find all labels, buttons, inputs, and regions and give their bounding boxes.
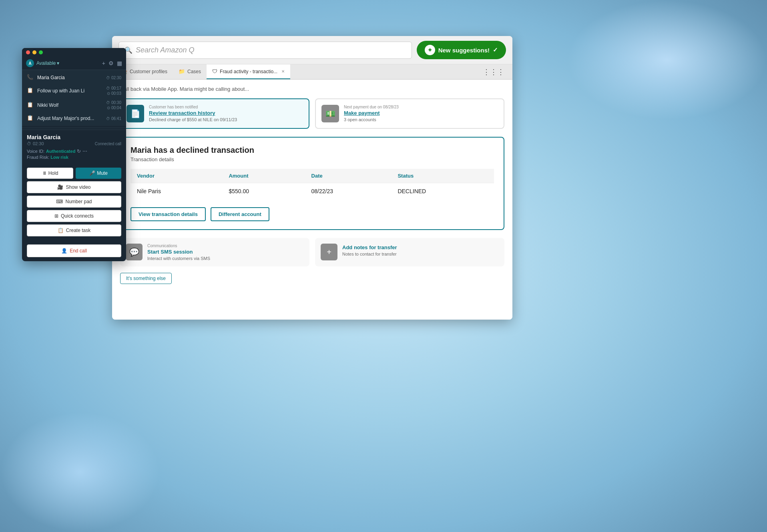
contact-time-nikki: ⏱00:30 ⊙00:04 xyxy=(106,100,121,110)
tab-cases[interactable]: 📁 Cases xyxy=(173,64,207,79)
crm-body: Call back via Mobile App. Maria might be… xyxy=(112,80,512,320)
card-content-review: Customer has been notified Review transa… xyxy=(149,105,303,122)
suggestion-card-review-transaction[interactable]: 📄 Customer has been notified Review tran… xyxy=(120,98,309,129)
search-placeholder: Search Amazon Q xyxy=(136,46,194,54)
contact-time2-nikki: 00:04 xyxy=(111,106,121,110)
task-icon-mary: 📋 xyxy=(27,115,34,122)
active-caller-name: Maria Garcia xyxy=(27,134,121,140)
amazon-q-search-box[interactable]: 🔍 Search Amazon Q xyxy=(118,42,412,59)
end-call-label: End call xyxy=(70,248,87,254)
table-row: Nile Paris $550.00 08/22/23 DECLINED xyxy=(131,183,494,200)
contact-name-juan: Follow up with Juan Li xyxy=(37,88,84,94)
minimize-button[interactable] xyxy=(32,50,36,54)
amazon-q-bar: 🔍 Search Amazon Q ✦ New suggestions! ✓ xyxy=(112,36,512,64)
its-something-else-label: It's something else xyxy=(126,276,166,281)
ccp-header-left: A Available ▾ xyxy=(26,59,59,67)
suggestion-card-make-payment[interactable]: 💵 Next payment due on 08/28/23 Make paym… xyxy=(315,98,504,129)
mute-button[interactable]: 🎤 Mute xyxy=(76,168,121,179)
sms-icon: 💬 xyxy=(126,244,143,260)
bottom-card-notes-title[interactable]: Add notes for transfer xyxy=(342,244,397,250)
contact-time1-nikki: 00:30 xyxy=(111,100,121,105)
bottom-card-sms-title[interactable]: Start SMS session xyxy=(147,249,210,255)
number-pad-label: Number pad xyxy=(65,199,92,204)
call-time-row: ⏱ 02:30 Connected call xyxy=(27,141,121,146)
number-pad-button[interactable]: ⌨ Number pad xyxy=(27,196,121,208)
transaction-table: Vendor Amount Date Status Nile Paris $55… xyxy=(131,169,494,199)
voice-fraud-info: Voice ID: Authenticated ↻ ⋯ xyxy=(27,148,121,154)
chevron-down-icon: ✓ xyxy=(493,46,498,54)
crm-tabs: 🏠 Customer profiles 📁 Cases 🛡 Fraud acti… xyxy=(112,64,512,80)
bottom-card-sms[interactable]: 💬 Communications Start SMS session Inter… xyxy=(120,238,309,266)
tab-more-button[interactable]: ⋮⋮⋮ xyxy=(478,64,509,79)
view-transaction-details-button[interactable]: View transaction details xyxy=(131,207,206,221)
connected-status: Connected call xyxy=(95,142,121,146)
task-create-icon: 📋 xyxy=(58,228,64,233)
grid-icon: ⊞ xyxy=(54,213,58,219)
contact-left-juan: 📋 Follow up with Juan Li xyxy=(27,87,84,94)
bottom-card-sms-content: Communications Start SMS session Interac… xyxy=(147,244,210,261)
quick-connects-button[interactable]: ⊞ Quick connects xyxy=(27,210,121,222)
contact-item-mary[interactable]: 📋 Adjust Mary Major's prod... ⏱ 06:41 xyxy=(22,112,126,124)
tab-label-fraud: Fraud activity - transactio... xyxy=(220,69,277,74)
end-call-button[interactable]: 👤 End call xyxy=(27,244,121,257)
contact-item-maria[interactable]: 📞 Maria Garcia ⏱ 02:30 xyxy=(22,72,126,84)
close-button[interactable] xyxy=(26,50,30,54)
tab-label-customer-profiles: Customer profiles xyxy=(130,69,167,74)
transaction-subtitle: Transaction details xyxy=(131,156,494,162)
suggestion-sparkle-icon: ✦ xyxy=(425,45,435,55)
status-available[interactable]: Available ▾ xyxy=(36,60,59,66)
tab-fraud-activity[interactable]: 🛡 Fraud activity - transactio... ✕ xyxy=(207,64,290,79)
blur-overlay-top-right xyxy=(567,0,767,120)
ccp-contacts-list: 📞 Maria Garcia ⏱ 02:30 📋 Follow up with … xyxy=(22,70,126,126)
calendar-icon[interactable]: ▦ xyxy=(117,60,122,66)
active-call-time: 02:30 xyxy=(33,141,44,146)
settings-icon[interactable]: ⚙ xyxy=(108,60,114,66)
maximize-button[interactable] xyxy=(39,50,43,54)
contact-time-juan: ⏱00:17 ⊙00:03 xyxy=(106,86,121,96)
status-chevron-icon: ▾ xyxy=(57,60,59,66)
card-title-payment[interactable]: Make payment xyxy=(344,110,498,116)
more-options-icon[interactable]: ⋯ xyxy=(82,148,87,154)
contact-time-mary: ⏱ 06:41 xyxy=(106,116,121,121)
contact-left-mary: 📋 Adjust Mary Major's prod... xyxy=(27,115,94,122)
video-icon: 🎥 xyxy=(57,184,63,190)
its-something-else-button[interactable]: It's something else xyxy=(120,273,172,284)
th-date: Date xyxy=(305,169,392,183)
new-suggestions-button[interactable]: ✦ New suggestions! ✓ xyxy=(417,41,506,59)
pause-icon: ⏸ xyxy=(42,170,47,176)
bottom-card-notes-content: Add notes for transfer Notes to contact … xyxy=(342,244,397,261)
different-account-button[interactable]: Different account xyxy=(211,207,269,221)
contact-item-nikki[interactable]: 📋 Nikki Wolf ⏱00:30 ⊙00:04 xyxy=(22,98,126,112)
hold-label: Hold xyxy=(48,170,58,176)
ccp-panel: A Available ▾ + ⚙ ▦ 📞 Maria Garcia ⏱ 02:… xyxy=(22,48,126,261)
close-tab-icon[interactable]: ✕ xyxy=(281,69,285,74)
transaction-actions: View transaction details Different accou… xyxy=(131,207,494,221)
cases-icon: 📁 xyxy=(179,68,185,74)
card-title-review[interactable]: Review transaction history xyxy=(149,110,303,116)
td-amount: $550.00 xyxy=(222,183,305,200)
create-task-button[interactable]: 📋 Create task xyxy=(27,224,121,236)
card-content-payment: Next payment due on 08/28/23 Make paymen… xyxy=(344,105,498,122)
th-amount: Amount xyxy=(222,169,305,183)
voice-id-label: Voice ID: xyxy=(27,149,44,154)
th-vendor: Vendor xyxy=(131,169,222,183)
voice-id-row: Voice ID: Authenticated ↻ ⋯ xyxy=(27,148,87,154)
bottom-cards-row: 💬 Communications Start SMS session Inter… xyxy=(120,238,504,266)
add-icon[interactable]: + xyxy=(102,60,105,66)
show-video-label: Show video xyxy=(66,184,90,190)
card-label-payment: Next payment due on 08/28/23 xyxy=(344,105,498,109)
refresh-icon[interactable]: ↻ xyxy=(77,148,81,154)
contact-item-juan[interactable]: 📋 Follow up with Juan Li ⏱00:17 ⊙00:03 xyxy=(22,84,126,98)
mute-label: Mute xyxy=(97,170,108,176)
th-status: Status xyxy=(391,169,494,183)
hold-mute-row: ⏸ Hold 🎤 Mute xyxy=(27,168,121,179)
bottom-card-notes[interactable]: + Add notes for transfer Notes to contac… xyxy=(315,238,504,266)
bottom-card-notes-desc: Notes to contact for transfer xyxy=(342,252,397,256)
status-label: Available xyxy=(36,60,56,66)
show-video-button[interactable]: 🎥 Show video xyxy=(27,181,121,193)
fraud-risk-row: Fraud Risk: Low risk xyxy=(27,155,121,160)
hold-button[interactable]: ⏸ Hold xyxy=(27,168,73,179)
ccp-control-buttons: ⏸ Hold 🎤 Mute 🎥 Show video ⌨ Number pad … xyxy=(22,164,126,240)
table-header-row: Vendor Amount Date Status xyxy=(131,169,494,183)
fraud-risk-label: Fraud Risk: xyxy=(27,155,49,160)
